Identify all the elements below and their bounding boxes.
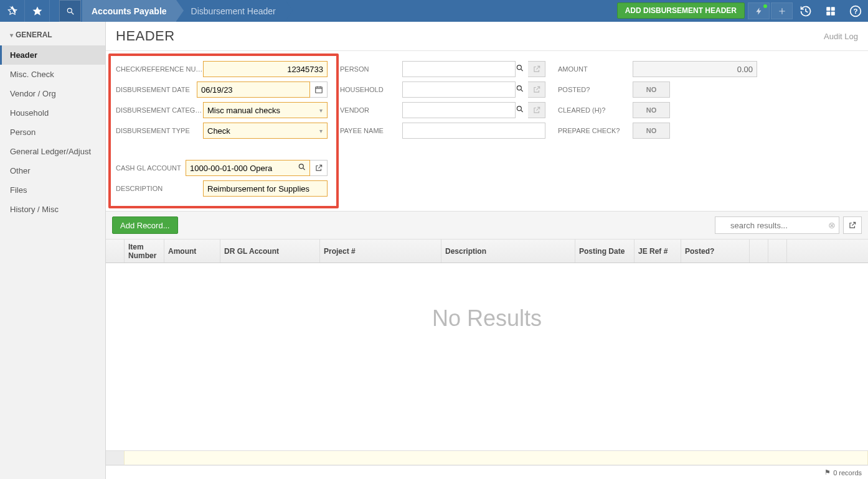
grid-col-dr-gl[interactable]: DR GL Account [220, 240, 320, 263]
prepare-label: PREPARE CHECK? [558, 127, 633, 134]
external-link-icon[interactable] [310, 160, 328, 176]
svg-line-15 [521, 69, 523, 71]
svg-point-14 [517, 65, 521, 70]
svg-line-19 [521, 110, 523, 112]
posted-label: POSTED? [558, 86, 633, 93]
breadcrumb-disbursement-header[interactable]: Disbursement Header [176, 0, 285, 22]
search-icon[interactable] [516, 64, 524, 75]
household-label: HOUSEHOLD [340, 86, 402, 93]
flag-icon: ⚑ [824, 468, 831, 477]
sidebar-item-header[interactable]: Header [0, 45, 105, 65]
status-bar: ⚑ 0 records [106, 465, 868, 479]
breadcrumb: Accounts Payable Disbursement Header [82, 0, 285, 22]
grid-col-posting-date[interactable]: Posting Date [575, 240, 634, 263]
grid-col-blank[interactable] [106, 240, 125, 263]
grid-col-amount[interactable]: Amount [164, 240, 220, 263]
grid-col-je-ref[interactable]: JE Ref # [634, 240, 681, 263]
plus-action-icon[interactable] [771, 2, 793, 19]
sidebar-item-files[interactable]: Files [0, 180, 105, 200]
record-count: 0 records [833, 469, 862, 477]
clear-icon[interactable]: ⊗ [828, 220, 836, 230]
person-label: PERSON [340, 65, 402, 73]
date-label: DISBURSEMENT DATE [116, 86, 197, 93]
cleared-toggle[interactable]: NO [633, 102, 670, 118]
search-icon[interactable] [516, 105, 524, 116]
svg-point-18 [517, 106, 521, 111]
sidebar-item-history-misc[interactable]: History / Misc [0, 200, 105, 219]
sidebar-header[interactable]: GENERAL [0, 22, 105, 45]
add-record-button[interactable]: Add Record... [112, 216, 178, 234]
external-link-icon [528, 81, 545, 98]
check-ref-input[interactable] [203, 61, 328, 77]
star-icon[interactable] [25, 0, 50, 22]
grid-col-project[interactable]: Project # [320, 240, 441, 263]
person-input[interactable] [402, 61, 516, 77]
sidebar-item-misc-check[interactable]: Misc. Check [0, 65, 105, 84]
vendor-label: VENDOR [340, 106, 402, 114]
apps-grid-icon[interactable] [818, 0, 843, 22]
cash-gl-label: CASH GL ACCOUNT [116, 164, 186, 172]
svg-rect-4 [826, 11, 830, 15]
svg-rect-5 [831, 11, 835, 15]
category-label: DISBURSEMENT CATEGORY [116, 106, 203, 114]
page-title: HEADER [116, 28, 175, 44]
cash-gl-input[interactable] [186, 160, 310, 176]
check-ref-label: CHECK/REFERENCE NUM... [116, 65, 203, 73]
external-link-icon[interactable] [843, 216, 862, 234]
type-label: DISBURSEMENT TYPE [116, 127, 203, 134]
search-results-input[interactable] [715, 216, 839, 234]
grid-footer-row [106, 450, 868, 465]
sidebar-item-household[interactable]: Household [0, 103, 105, 123]
amount-label: AMOUNT [558, 65, 633, 73]
household-input[interactable] [402, 81, 516, 98]
sidebar-item-gl-adjust[interactable]: General Ledger/Adjust [0, 142, 105, 161]
sidebar-item-person[interactable]: Person [0, 123, 105, 142]
description-label: DESCRIPTION [116, 185, 203, 192]
bolt-action-icon[interactable] [748, 2, 770, 19]
grid-col-item-number[interactable]: Item Number [125, 240, 164, 263]
svg-line-13 [303, 168, 305, 170]
calendar-icon[interactable] [310, 81, 328, 98]
type-select[interactable] [203, 123, 328, 139]
vendor-input[interactable] [402, 102, 516, 118]
topbar: Accounts Payable Disbursement Header ADD… [0, 0, 868, 22]
external-link-icon [528, 61, 545, 77]
sidebar-item-other[interactable]: Other [0, 161, 105, 180]
category-select[interactable] [203, 102, 328, 118]
svg-point-0 [67, 8, 72, 12]
breadcrumb-accounts-payable[interactable]: Accounts Payable [82, 0, 176, 22]
search-icon[interactable] [298, 163, 306, 174]
grid-col-blank[interactable] [750, 240, 768, 263]
svg-rect-3 [831, 7, 835, 11]
search-icon[interactable] [516, 85, 524, 95]
payee-input[interactable] [402, 123, 545, 139]
svg-rect-2 [826, 7, 830, 11]
amount-input [633, 61, 757, 77]
search-icon[interactable] [59, 0, 81, 22]
grid-col-description[interactable]: Description [441, 240, 575, 263]
no-results-text: No Results [432, 305, 542, 332]
sidebar-item-vendor-org[interactable]: Vendor / Org [0, 84, 105, 103]
cleared-label: CLEARED (H)? [558, 106, 633, 114]
add-disbursement-header-button[interactable]: ADD DISBURSEMENT HEADER [617, 2, 745, 19]
external-link-icon [528, 102, 545, 118]
grid-col-posted[interactable]: Posted? [681, 240, 750, 263]
payee-label: PAYEE NAME [340, 127, 402, 134]
prepare-toggle[interactable]: NO [633, 123, 670, 139]
svg-line-1 [71, 12, 73, 14]
history-icon[interactable] [793, 0, 818, 22]
grid-col-blank[interactable] [768, 240, 787, 263]
help-icon[interactable]: ? [843, 0, 868, 22]
svg-point-16 [517, 86, 521, 90]
description-input[interactable] [203, 180, 328, 197]
grid-col-blank[interactable] [787, 240, 868, 263]
posted-toggle[interactable]: NO [633, 81, 670, 98]
sidebar: GENERAL Header Misc. Check Vendor / Org … [0, 22, 106, 479]
audit-log-link[interactable]: Audit Log [824, 32, 858, 41]
svg-point-12 [299, 164, 303, 169]
svg-rect-8 [315, 87, 322, 93]
rocket-icon[interactable] [0, 0, 25, 22]
svg-text:?: ? [853, 7, 857, 15]
grid-body: No Results [106, 263, 868, 450]
date-input[interactable] [197, 81, 310, 98]
